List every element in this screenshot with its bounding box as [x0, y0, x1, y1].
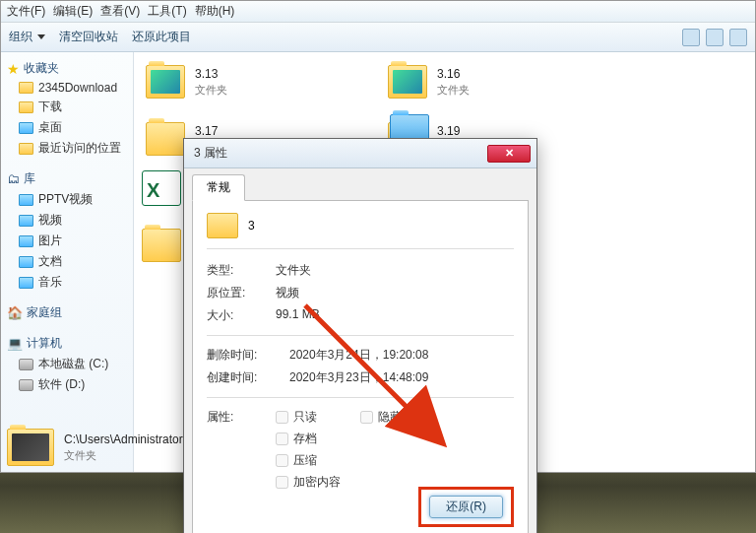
menu-edit[interactable]: 编辑(E) — [53, 3, 93, 20]
checkbox-encrypt[interactable]: 加密内容 — [276, 474, 341, 491]
menu-view[interactable]: 查看(V) — [100, 3, 140, 20]
sidebar-head-computer[interactable]: 计算机 — [5, 333, 129, 354]
prop-size: 99.1 MB — [276, 307, 320, 324]
details-pane: C:\Users\Administrator文件夹 — [3, 425, 187, 470]
checkbox-readonly[interactable]: 只读 — [276, 409, 341, 426]
folder-name: 3 — [248, 219, 255, 233]
checkbox-archive[interactable]: 存档 — [276, 431, 341, 447]
excel-icon — [142, 170, 181, 206]
preview-type: 文件夹 — [64, 448, 183, 463]
sidebar-head-homegroup[interactable]: 家庭组 — [5, 302, 129, 323]
toolbar-empty-recycle[interactable]: 清空回收站 — [59, 29, 118, 45]
sidebar-item-video[interactable]: 视频 — [5, 210, 129, 231]
toolbar: 组织 清空回收站 还原此项目 — [1, 23, 755, 52]
folder-icon — [7, 429, 54, 466]
menu-file[interactable]: 文件(F) — [7, 3, 45, 20]
checkbox-compress[interactable]: 压缩 — [276, 452, 341, 469]
properties-dialog: 3 属性 ✕ 常规 3 类型:文件夹 原位置:视频 大小:99.1 MB 删除时… — [183, 138, 537, 533]
sidebar-item-drive-d[interactable]: 软件 (D:) — [5, 374, 129, 395]
prop-type: 文件夹 — [276, 262, 311, 279]
prop-original-location: 视频 — [276, 285, 299, 301]
toolbar-restore-item[interactable]: 还原此项目 — [132, 29, 191, 45]
sidebar-item-2345[interactable]: 2345Download — [5, 79, 129, 97]
checkbox-hidden[interactable]: 隐藏 — [360, 409, 402, 426]
sidebar-item-drive-c[interactable]: 本地磁盘 (C:) — [5, 354, 129, 374]
sidebar-item-downloads[interactable]: 下载 — [5, 97, 129, 117]
help-icon[interactable] — [729, 29, 747, 46]
tab-strip: 常规 — [192, 174, 529, 201]
menu-tools[interactable]: 工具(T) — [148, 3, 186, 20]
tab-general[interactable]: 常规 — [192, 174, 245, 201]
sidebar-item-recent[interactable]: 最近访问的位置 — [5, 138, 129, 159]
file-item[interactable]: 3.16文件夹 — [388, 60, 595, 103]
sidebar-item-docs[interactable]: 文档 — [5, 251, 129, 272]
folder-icon — [207, 213, 238, 238]
toolbar-organize[interactable]: 组织 — [9, 29, 45, 45]
sidebar-item-pptv[interactable]: PPTV视频 — [5, 189, 129, 210]
dialog-title: 3 属性 — [190, 145, 487, 162]
sidebar-head-libraries[interactable]: 库 — [5, 168, 129, 189]
chevron-down-icon — [37, 34, 45, 39]
menubar: 文件(F) 编辑(E) 查看(V) 工具(T) 帮助(H) — [1, 1, 755, 23]
sidebar-item-pictures[interactable]: 图片 — [5, 231, 129, 251]
file-item[interactable]: 3.13文件夹 — [146, 60, 352, 103]
preview-pane-icon[interactable] — [706, 29, 724, 46]
prop-created-time: 2020年3月23日，14:48:09 — [289, 369, 428, 386]
sidebar: 收藏夹 2345Download 下载 桌面 最近访问的位置 库 PPTV视频 … — [1, 52, 134, 472]
sidebar-item-music[interactable]: 音乐 — [5, 272, 129, 293]
close-button[interactable]: ✕ — [487, 145, 531, 163]
preview-path: C:\Users\Administrator — [64, 433, 183, 446]
sidebar-head-favorites[interactable]: 收藏夹 — [5, 58, 129, 79]
restore-button[interactable]: 还原(R) — [429, 496, 503, 518]
dialog-titlebar[interactable]: 3 属性 ✕ — [184, 139, 536, 168]
prop-deleted-time: 2020年3月24日，19:20:08 — [289, 347, 428, 364]
menu-help[interactable]: 帮助(H) — [195, 3, 235, 20]
view-options-icon[interactable] — [682, 29, 700, 46]
restore-highlight-box: 还原(R) — [418, 487, 514, 527]
sidebar-item-desktop[interactable]: 桌面 — [5, 117, 129, 138]
